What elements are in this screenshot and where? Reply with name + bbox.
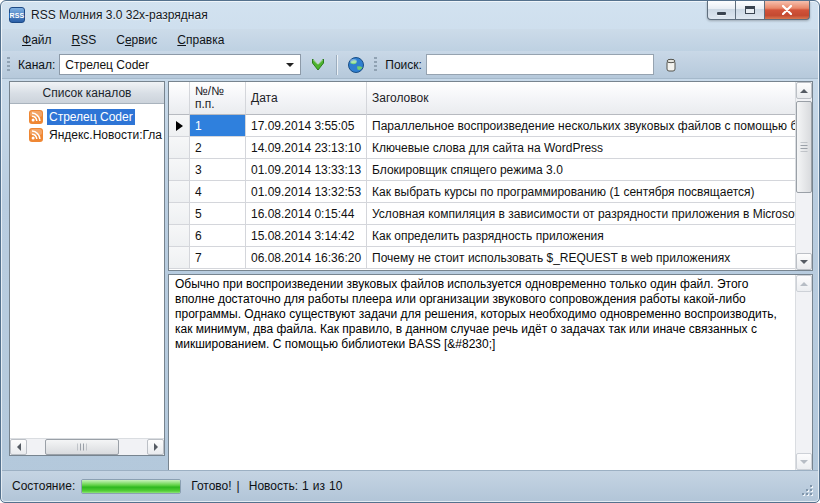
scrollbar-thumb[interactable] xyxy=(796,101,812,193)
row-date-cell[interactable]: 15.08.2014 3:14:42 xyxy=(246,225,367,247)
row-date-cell[interactable]: 01.09.2014 13:33:13 xyxy=(246,159,367,181)
progress-bar xyxy=(81,479,181,494)
scroll-left-button[interactable] xyxy=(10,439,27,455)
table-row[interactable]: 3 01.09.2014 13:33:13 Блокировщик спящег… xyxy=(169,159,795,181)
header-date-column[interactable]: Дата xyxy=(246,82,367,115)
row-date-cell[interactable]: 06.08.2014 16:36:20 xyxy=(246,247,367,269)
row-index-cell[interactable]: 4 xyxy=(190,181,246,203)
table-row[interactable]: 7 06.08.2014 16:36:20 Почему не стоит ис… xyxy=(169,247,795,269)
row-index-cell[interactable]: 1 xyxy=(190,115,246,137)
clear-search-button[interactable] xyxy=(658,54,684,76)
globe-icon xyxy=(347,56,365,74)
article-vertical-scrollbar[interactable] xyxy=(795,275,812,470)
row-title-cell[interactable]: Как выбрать курсы по программированию (1… xyxy=(367,181,795,203)
arrow-left-icon xyxy=(17,443,21,451)
row-index-cell[interactable]: 7 xyxy=(190,247,246,269)
row-date-cell[interactable]: 01.09.2014 13:32:53 xyxy=(246,181,367,203)
scroll-down-button[interactable] xyxy=(796,253,812,270)
menu-file[interactable]: Файл xyxy=(12,30,62,50)
scroll-down-button[interactable] xyxy=(796,453,812,470)
row-title-cell[interactable]: Ключевые слова для сайта на WordPress xyxy=(367,137,795,159)
row-index-cell[interactable]: 2 xyxy=(190,137,246,159)
channel-combobox-value: Стрелец Coder xyxy=(65,58,149,72)
search-input[interactable] xyxy=(426,54,654,75)
row-selector-cell[interactable] xyxy=(169,159,190,181)
window-controls xyxy=(707,1,810,20)
channel-tree: Стрелец Coder Яндекс.Новости:Гла xyxy=(10,104,164,438)
news-counter-label: Новость: xyxy=(249,479,298,493)
menu-rss[interactable]: RSS xyxy=(62,30,107,50)
row-date-cell[interactable]: 14.09.2014 23:13:10 xyxy=(246,137,367,159)
load-channel-button[interactable] xyxy=(305,54,331,76)
row-selector-cell[interactable] xyxy=(169,247,190,269)
header-row-selector xyxy=(169,82,190,115)
table-row[interactable]: 4 01.09.2014 13:32:53 Как выбрать курсы … xyxy=(169,181,795,203)
ready-status: Готово! xyxy=(191,479,231,493)
resize-grip[interactable] xyxy=(802,485,814,497)
header-title-column[interactable]: Заголовок xyxy=(367,82,795,115)
row-index-cell[interactable]: 3 xyxy=(190,159,246,181)
news-total: 10 xyxy=(329,479,342,493)
table-header-row: №/№ п.п. Дата Заголовок xyxy=(169,82,795,115)
minimize-button[interactable] xyxy=(707,1,736,20)
row-title-cell[interactable]: Блокировщик спящего режима 3.0 xyxy=(367,159,795,181)
article-text[interactable]: Обычно при воспроизведении звуковых файл… xyxy=(169,275,795,470)
row-index-cell[interactable]: 6 xyxy=(190,225,246,247)
table-row[interactable]: 2 14.09.2014 23:13:10 Ключевые слова для… xyxy=(169,137,795,159)
row-selector-cell[interactable] xyxy=(169,115,190,137)
row-title-cell[interactable]: Параллельное воспроизведение нескольких … xyxy=(367,115,795,137)
close-icon xyxy=(782,5,792,15)
channel-label: Канал: xyxy=(18,58,55,72)
app-rss-icon: RSS xyxy=(9,7,25,23)
scrollbar-thumb[interactable] xyxy=(45,439,119,455)
rss-feed-icon xyxy=(29,110,43,124)
row-date-cell[interactable]: 17.09.2014 3:55:05 xyxy=(246,115,367,137)
row-title-cell[interactable]: Почему не стоит использовать $_REQUEST в… xyxy=(367,247,795,269)
news-current: 1 xyxy=(302,479,309,493)
table-row[interactable]: 6 15.08.2014 3:14:42 Как определить разр… xyxy=(169,225,795,247)
row-selector-cell[interactable] xyxy=(169,225,190,247)
row-selector-cell[interactable] xyxy=(169,181,190,203)
channel-item-yandex-news[interactable]: Яндекс.Новости:Гла xyxy=(10,126,164,144)
chevron-down-icon[interactable] xyxy=(286,63,294,67)
sidebar-horizontal-scrollbar[interactable] xyxy=(10,438,164,455)
row-selector-cell[interactable] xyxy=(169,137,190,159)
menu-bar: Файл RSS Сервис Справка xyxy=(2,29,818,51)
scroll-up-button[interactable] xyxy=(796,82,812,99)
row-title-cell[interactable]: Условная компиляция в зависимости от раз… xyxy=(367,203,795,225)
header-index-column[interactable]: №/№ п.п. xyxy=(190,82,246,115)
toolbar-separator xyxy=(336,55,337,75)
title-bar[interactable]: RSS RSS Молния 3.0 32х-разрядная xyxy=(1,1,819,29)
maximize-button[interactable] xyxy=(736,1,765,20)
row-date-cell[interactable]: 16.08.2014 0:15:44 xyxy=(246,203,367,225)
open-in-browser-button[interactable] xyxy=(343,54,369,76)
article-preview-panel: Обычно при воспроизведении звуковых файл… xyxy=(168,274,813,471)
status-bar: Состояние: Готово! | Новость: 1 из 10 xyxy=(2,470,818,501)
arrow-up-icon xyxy=(800,89,808,93)
menu-service[interactable]: Сервис xyxy=(106,30,167,50)
channel-item-label: Стрелец Coder xyxy=(47,109,135,125)
channel-item-strelec-coder[interactable]: Стрелец Coder xyxy=(10,108,164,126)
toolbar-gripper-2[interactable] xyxy=(374,57,377,73)
scroll-right-button[interactable] xyxy=(147,439,164,455)
table-row[interactable]: 1 17.09.2014 3:55:05 Параллельное воспро… xyxy=(169,115,795,137)
window-title: RSS Молния 3.0 32х-разрядная xyxy=(31,8,208,22)
table-vertical-scrollbar[interactable] xyxy=(795,82,812,270)
arrow-down-icon xyxy=(800,260,808,264)
state-label: Состояние: xyxy=(12,479,75,493)
status-separator: | xyxy=(237,479,240,493)
row-index-cell[interactable]: 5 xyxy=(190,203,246,225)
maximize-icon xyxy=(745,6,755,14)
menu-help[interactable]: Справка xyxy=(167,30,234,50)
scroll-up-button[interactable] xyxy=(796,275,812,292)
arrow-down-icon xyxy=(800,460,808,464)
app-window: RSS RSS Молния 3.0 32х-разрядная Файл RS… xyxy=(0,0,820,503)
news-of: из xyxy=(313,479,325,493)
table-row[interactable]: 5 16.08.2014 0:15:44 Условная компиляция… xyxy=(169,203,795,225)
close-button[interactable] xyxy=(765,1,810,20)
row-title-cell[interactable]: Как определить разрядность приложения xyxy=(367,225,795,247)
channel-combobox[interactable]: Стрелец Coder xyxy=(59,54,301,75)
row-selector-cell[interactable] xyxy=(169,203,190,225)
channel-list-panel: Список каналов Стрелец Coder xyxy=(9,81,165,456)
toolbar-gripper[interactable] xyxy=(7,57,10,73)
